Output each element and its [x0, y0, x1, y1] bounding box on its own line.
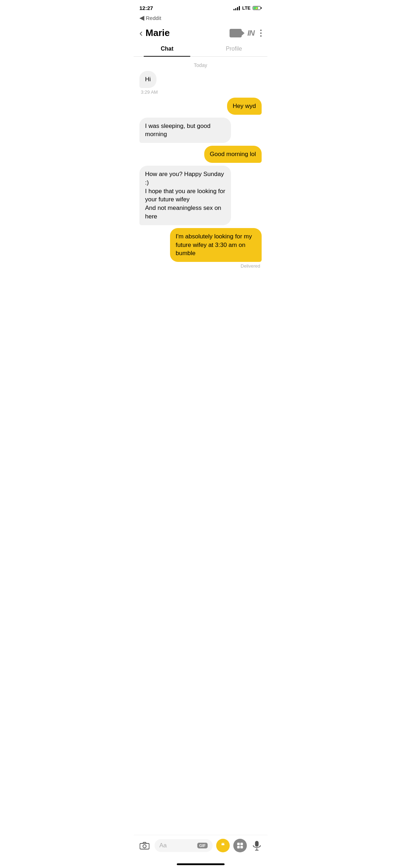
- tab-profile[interactable]: Profile: [201, 41, 268, 56]
- bumble-in-label: IN: [247, 29, 255, 37]
- message-text: Hi: [145, 76, 151, 83]
- battery-icon: ⚡: [253, 6, 262, 10]
- signal-icon: [233, 6, 240, 10]
- video-call-icon[interactable]: [230, 29, 242, 37]
- status-bar: 12:27 LTE ⚡: [134, 0, 267, 13]
- tab-bar: Chat Profile: [134, 41, 267, 57]
- status-time: 12:27: [139, 5, 153, 11]
- message-status: Delivered: [241, 263, 262, 269]
- reddit-back-button[interactable]: ◀ Reddit: [139, 14, 161, 22]
- list-item: How are you? Happy Sunday :)I hope that …: [139, 166, 262, 225]
- lte-label: LTE: [242, 5, 251, 11]
- reddit-label: Reddit: [146, 15, 161, 21]
- message-text: Hey wyd: [233, 103, 256, 109]
- received-bubble: Hi: [139, 71, 156, 88]
- received-bubble: How are you? Happy Sunday :)I hope that …: [139, 166, 231, 225]
- message-time: 3:29 AM: [139, 89, 158, 95]
- tab-chat[interactable]: Chat: [134, 41, 201, 56]
- list-item: Good morning lol: [139, 146, 262, 163]
- message-text: I'm absolutely looking for my future wif…: [176, 233, 252, 257]
- sent-bubble: I'm absolutely looking for my future wif…: [170, 228, 262, 262]
- sent-bubble: Good morning lol: [204, 146, 262, 163]
- contact-name: Marie: [145, 27, 230, 38]
- chat-header: ‹ Marie IN: [134, 25, 267, 41]
- more-options-button[interactable]: [260, 30, 262, 37]
- list-item: Hi 3:29 AM: [139, 71, 262, 95]
- message-text: Good morning lol: [210, 151, 256, 157]
- received-bubble: I was sleeping, but good morning: [139, 118, 231, 143]
- back-chevron-icon: ◀: [139, 14, 144, 22]
- header-actions: IN: [230, 29, 262, 38]
- chat-area: Today Hi 3:29 AM Hey wyd I was sleeping,…: [134, 57, 267, 314]
- list-item: I was sleeping, but good morning: [139, 118, 262, 143]
- date-divider: Today: [139, 57, 262, 71]
- message-text: How are you? Happy Sunday :)I hope that …: [145, 171, 225, 220]
- list-item: Hey wyd: [139, 98, 262, 115]
- status-icons: LTE ⚡: [233, 5, 262, 11]
- reddit-bar: ◀ Reddit: [134, 13, 267, 25]
- message-text: I was sleeping, but good morning: [145, 123, 210, 138]
- bumble-in-icon[interactable]: IN: [247, 29, 255, 38]
- sent-bubble: Hey wyd: [227, 98, 262, 115]
- list-item: I'm absolutely looking for my future wif…: [139, 228, 262, 269]
- back-button[interactable]: ‹: [139, 28, 143, 38]
